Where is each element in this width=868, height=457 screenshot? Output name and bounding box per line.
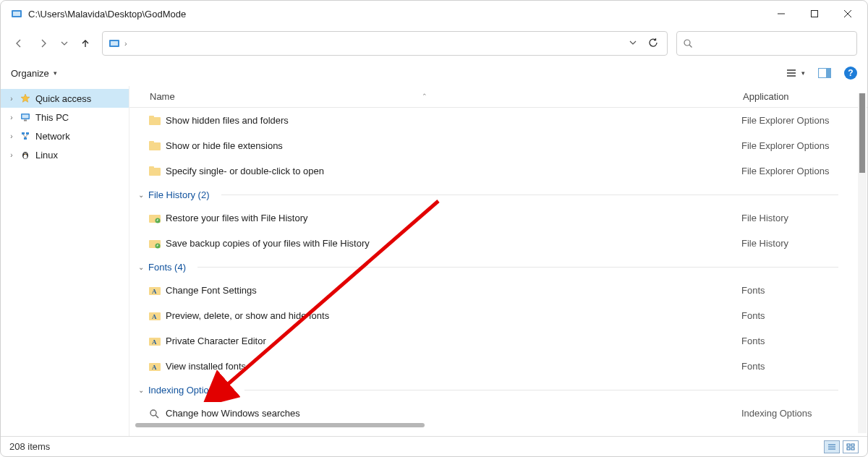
group-header-fonts[interactable]: ⌄ Fonts (4) <box>138 256 867 278</box>
help-button[interactable]: ? <box>844 67 857 80</box>
search-box[interactable] <box>676 31 857 56</box>
svg-rect-33 <box>149 141 154 144</box>
minimize-button[interactable] <box>765 1 798 27</box>
list-item[interactable]: A Private Character Editor Fonts <box>148 328 867 354</box>
svg-rect-3 <box>812 11 818 17</box>
sidebar-item-label: Linux <box>35 150 58 161</box>
chevron-right-icon[interactable]: › <box>8 151 15 159</box>
titlebar: C:\Users\Malavida\Desktop\GodMode <box>1 1 867 27</box>
item-name: Change Font Settings <box>166 285 741 296</box>
nav-row: › <box>1 27 867 60</box>
item-name: View installed fonts <box>166 361 741 372</box>
chevron-right-icon[interactable]: › <box>8 114 15 121</box>
group-header-indexing-options[interactable]: ⌄ Indexing Options (1) <box>138 379 867 401</box>
list-item[interactable]: A Change Font Settings Fonts <box>148 278 867 303</box>
chevron-down-icon[interactable]: ⌄ <box>138 386 144 394</box>
network-icon <box>20 131 31 141</box>
svg-rect-56 <box>851 448 854 450</box>
list-item[interactable]: A Preview, delete, or show and hide font… <box>148 303 867 328</box>
svg-rect-15 <box>826 69 830 77</box>
svg-rect-21 <box>26 132 29 134</box>
sidebar-item-network[interactable]: › Network <box>1 127 129 145</box>
group-label: Indexing Options (1) <box>148 385 233 396</box>
sidebar-item-linux[interactable]: › Linux <box>1 145 129 164</box>
refresh-button[interactable] <box>645 38 661 50</box>
svg-rect-20 <box>22 132 25 134</box>
horizontal-scrollbar[interactable] <box>135 423 425 427</box>
view-options-button[interactable]: ▾ <box>786 68 805 78</box>
back-button[interactable] <box>11 35 27 51</box>
svg-rect-31 <box>149 116 154 119</box>
column-header-name[interactable]: Name ⌃ <box>150 91 743 102</box>
thumbnails-view-toggle[interactable] <box>843 440 859 453</box>
svg-rect-54 <box>851 444 854 446</box>
item-application: File History <box>741 238 788 249</box>
svg-line-49 <box>156 415 158 418</box>
file-history-icon <box>148 239 161 249</box>
file-history-icon <box>148 213 161 223</box>
item-name: Show or hide file extensions <box>166 140 741 151</box>
sidebar-item-quick-access[interactable]: › Quick access <box>1 89 129 108</box>
list-item[interactable]: A View installed fonts Fonts <box>148 354 867 379</box>
fonts-icon: A <box>148 336 161 346</box>
svg-text:A: A <box>152 288 157 295</box>
computer-icon <box>20 112 31 122</box>
close-button[interactable] <box>831 1 864 27</box>
group-label: File History (2) <box>148 189 210 200</box>
preview-pane-button[interactable] <box>818 68 831 78</box>
forward-button[interactable] <box>35 35 51 51</box>
item-application: Fonts <box>741 361 765 372</box>
chevron-down-icon[interactable]: ⌄ <box>138 263 144 271</box>
list-item[interactable]: Show or hide file extensions File Explor… <box>148 133 867 158</box>
details-view-toggle[interactable] <box>824 440 840 453</box>
column-header-application[interactable]: Application <box>743 91 851 102</box>
app-icon <box>11 8 22 20</box>
group-label: Fonts (4) <box>148 262 186 273</box>
svg-rect-22 <box>24 137 27 140</box>
chevron-right-icon[interactable]: › <box>8 95 15 103</box>
address-bar[interactable]: › <box>102 31 668 56</box>
vertical-scrollbar[interactable] <box>858 93 867 433</box>
penguin-icon <box>20 150 31 160</box>
svg-text:A: A <box>152 364 157 371</box>
folder-options-icon <box>148 166 161 176</box>
list-item[interactable]: Save backup copies of your files with Fi… <box>148 231 867 256</box>
indexing-icon <box>148 409 161 419</box>
list-item[interactable]: Restore your files with File History Fil… <box>148 205 867 231</box>
chevron-right-icon[interactable]: › <box>8 132 15 140</box>
item-count: 208 items <box>9 441 50 452</box>
list-item[interactable]: Specify single- or double-click to open … <box>148 158 867 184</box>
column-headers: Name ⌃ Application <box>129 86 867 108</box>
item-name: Change how Windows searches <box>166 408 741 419</box>
sidebar-item-label: This PC <box>35 112 69 123</box>
recent-locations-button[interactable] <box>60 35 69 51</box>
address-history-button[interactable] <box>625 39 641 48</box>
item-name: Restore your files with File History <box>166 213 741 223</box>
maximize-button[interactable] <box>798 1 831 27</box>
sidebar-item-label: Network <box>35 131 70 142</box>
item-application: Indexing Options <box>741 408 812 419</box>
svg-rect-18 <box>22 115 29 119</box>
folder-options-icon <box>148 141 161 151</box>
chevron-down-icon[interactable]: ⌄ <box>138 191 144 199</box>
item-application: Fonts <box>741 285 765 296</box>
chevron-down-icon: ▾ <box>54 69 57 77</box>
svg-point-27 <box>24 153 25 154</box>
sidebar-item-this-pc[interactable]: › This PC <box>1 108 129 127</box>
fonts-icon: A <box>148 362 161 372</box>
list-body[interactable]: Show hidden files and folders File Explo… <box>129 108 867 427</box>
item-name: Show hidden files and folders <box>166 115 741 126</box>
item-application: File Explorer Options <box>741 115 829 126</box>
breadcrumb-separator-icon[interactable]: › <box>124 39 127 48</box>
organize-button[interactable]: Organize ▾ <box>11 68 57 79</box>
list-item[interactable]: Show hidden files and folders File Explo… <box>148 108 867 133</box>
svg-point-48 <box>150 410 156 416</box>
svg-rect-19 <box>24 120 27 121</box>
list-item[interactable]: Change how Windows searches Indexing Opt… <box>148 401 867 426</box>
up-button[interactable] <box>77 35 93 51</box>
sidebar-item-label: Quick access <box>35 93 91 104</box>
content-pane: Name ⌃ Application Show hidden files and… <box>129 86 867 436</box>
scrollbar-thumb[interactable] <box>859 93 865 173</box>
column-label: Name <box>150 91 175 102</box>
group-header-file-history[interactable]: ⌄ File History (2) <box>138 184 867 205</box>
